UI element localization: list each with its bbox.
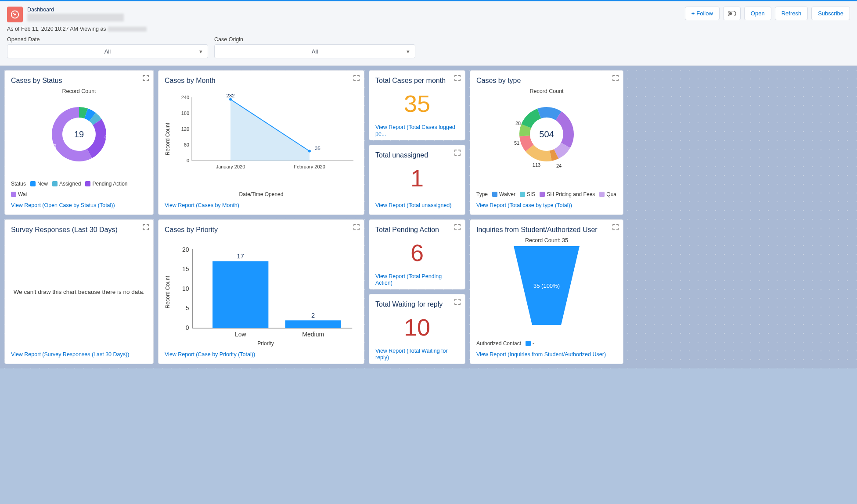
- card-title: Cases by type: [476, 77, 617, 85]
- expand-button[interactable]: [612, 75, 619, 82]
- donut-center-value: 504: [539, 129, 554, 139]
- card-cases-by-month: Cases by Month Record Count 240 180 120 …: [158, 70, 364, 215]
- card-total-waiting: Total Waiting for reply 10 View Report (…: [369, 294, 465, 364]
- view-report-link[interactable]: View Report (Total Waiting for reply): [375, 348, 448, 361]
- line-chart-month: 240 180 120 60 0 232 35 January 2020 Feb…: [173, 88, 358, 189]
- svg-rect-27: [285, 320, 341, 328]
- svg-text:240: 240: [181, 95, 189, 100]
- card-cases-by-type: Cases by type Record Count 504: [470, 70, 623, 215]
- svg-text:20: 20: [182, 246, 189, 253]
- empty-chart-message: We can't draw this chart because there i…: [11, 237, 147, 347]
- dashboard-label: Dashboard: [27, 7, 124, 13]
- dashboard-icon: [7, 7, 23, 22]
- legend-inquiries: Authorized Contact -: [476, 340, 617, 347]
- subscribe-button[interactable]: Subscribe: [811, 7, 850, 20]
- metric-value: 10: [404, 315, 430, 340]
- card-inquiries: Inquiries from Student/Authorized User R…: [470, 219, 623, 364]
- card-cases-by-priority: Cases by Priority Record Count 20 15 10 …: [158, 219, 364, 364]
- donut-chart-type: 504 73 126 24 113 51 28 37: [509, 97, 584, 172]
- expand-button[interactable]: [143, 75, 149, 82]
- card-title: Total Cases per month: [375, 77, 446, 85]
- open-button[interactable]: Open: [744, 7, 771, 20]
- metric-value: 35: [404, 91, 430, 117]
- view-report-link[interactable]: View Report (Total case by type (Total)): [476, 202, 572, 208]
- card-title: Total unassigned: [375, 151, 428, 159]
- view-report-link[interactable]: View Report (Open Case by Status (Total)…: [11, 202, 115, 208]
- expand-button[interactable]: [143, 224, 149, 232]
- bar-chart-priority: 20 15 10 5 0 17 2 Low Medium: [173, 237, 358, 339]
- view-report-link[interactable]: View Report (Total unassigned): [375, 202, 451, 208]
- svg-text:Medium: Medium: [302, 331, 324, 338]
- expand-button[interactable]: [454, 75, 461, 82]
- y-axis-label: Record Count: [165, 88, 171, 189]
- card-title: Survey Responses (Last 30 Days): [11, 226, 147, 234]
- legend-status: Status New Assigned Pending Action Wai: [11, 181, 147, 197]
- card-total-cases-month: Total Cases per month 35 View Report (To…: [369, 70, 465, 140]
- donut-center-value: 19: [74, 129, 84, 139]
- card-title: Inquiries from Student/Authorized User: [476, 226, 617, 234]
- timestamp-label: As of Feb 11, 2020 10:27 AM Viewing as: [7, 26, 850, 32]
- refresh-button[interactable]: Refresh: [775, 7, 808, 20]
- svg-point-3: [729, 12, 732, 14]
- svg-text:0: 0: [187, 158, 189, 163]
- view-report-link[interactable]: View Report (Inquiries from Student/Auth…: [476, 351, 606, 357]
- card-title: Total Pending Action: [375, 226, 439, 234]
- card-total-pending: Total Pending Action 6 View Report (Tota…: [369, 219, 465, 290]
- svg-text:5: 5: [186, 304, 189, 311]
- view-report-link[interactable]: View Report (Case by Priority (Total)): [165, 351, 255, 357]
- svg-text:15: 15: [182, 265, 189, 272]
- view-report-link[interactable]: View Report (Survey Responses (Last 30 D…: [11, 351, 129, 357]
- svg-text:2: 2: [311, 312, 315, 319]
- svg-text:60: 60: [184, 142, 189, 147]
- expand-button[interactable]: [612, 224, 619, 232]
- x-axis-label: Date/Time Opened: [165, 191, 358, 197]
- toggle-button[interactable]: [723, 7, 741, 20]
- svg-point-1: [14, 14, 16, 15]
- svg-rect-25: [212, 261, 268, 328]
- filter-opened-date-select[interactable]: All ▾: [7, 44, 208, 58]
- expand-button[interactable]: [454, 150, 461, 157]
- y-axis-label: Record Count: [165, 237, 171, 347]
- svg-text:Low: Low: [235, 331, 247, 338]
- x-axis-label: Priority: [173, 340, 358, 347]
- view-report-link[interactable]: View Report (Total Pending Action): [375, 273, 442, 286]
- svg-point-12: [229, 98, 232, 101]
- svg-text:35: 35: [315, 146, 320, 151]
- dashboard-header: Dashboard + Follow Open Refresh Subscrib…: [0, 1, 857, 66]
- view-report-link[interactable]: View Report (Cases by Month): [165, 202, 239, 208]
- chart-subtitle: Record Count: 35: [525, 237, 568, 243]
- expand-button[interactable]: [353, 75, 360, 82]
- view-report-link[interactable]: View Report (Total Cases logged pe...: [375, 124, 455, 137]
- svg-text:17: 17: [237, 253, 244, 260]
- filter-case-origin-label: Case Origin: [214, 36, 415, 43]
- svg-text:January 2020: January 2020: [216, 164, 245, 169]
- svg-text:232: 232: [226, 93, 234, 98]
- metric-value: 6: [410, 240, 424, 266]
- chart-subtitle: Record Count: [62, 88, 96, 94]
- card-total-unassigned: Total unassigned 1 View Report (Total un…: [369, 145, 465, 215]
- toggle-icon: [728, 11, 736, 16]
- card-title: Cases by Priority: [165, 226, 358, 234]
- chevron-down-icon: ▾: [407, 48, 410, 55]
- expand-button[interactable]: [454, 299, 461, 306]
- expand-button[interactable]: [454, 224, 461, 232]
- chevron-down-icon: ▾: [199, 48, 202, 55]
- metric-value: 1: [410, 165, 424, 191]
- filter-case-origin-select[interactable]: All ▾: [214, 44, 415, 58]
- follow-button[interactable]: + Follow: [685, 7, 720, 20]
- chart-subtitle: Record Count: [529, 88, 563, 94]
- viewer-name-redacted: [108, 27, 147, 32]
- card-title: Cases by Month: [165, 77, 358, 85]
- dashboard-title-redacted: [27, 14, 124, 21]
- svg-text:180: 180: [181, 111, 189, 116]
- card-cases-by-status: Cases by Status Record Count 19 1 1: [4, 70, 154, 215]
- funnel-chart: 35 (100%): [514, 246, 580, 325]
- filter-opened-date-label: Opened Date: [7, 36, 208, 43]
- legend-type: Type Waiver SIS SH Pricing and Fees Qua: [476, 191, 617, 197]
- svg-text:February 2020: February 2020: [294, 164, 325, 169]
- expand-button[interactable]: [353, 224, 360, 232]
- svg-point-13: [308, 150, 311, 153]
- card-title: Total Waiting for reply: [375, 300, 443, 308]
- donut-chart-status: 19 1 1 1 6 10: [42, 97, 116, 172]
- svg-text:0: 0: [186, 324, 189, 331]
